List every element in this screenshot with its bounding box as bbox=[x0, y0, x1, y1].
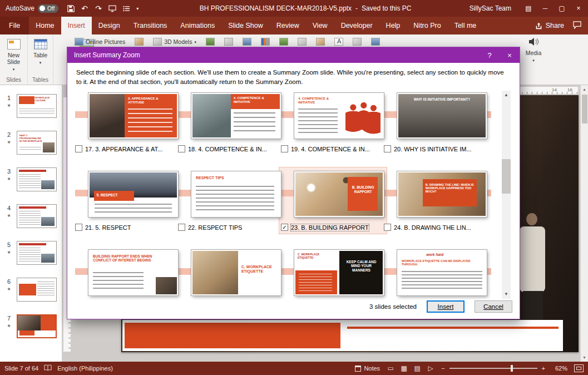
summary-zoom-slide-cell[interactable]: 4. COMPETENCE & INITIATIVE 19. 4. COMPET… bbox=[281, 93, 384, 152]
slide-thumbnail-image[interactable]: WORKPLACE ETIQUETTE CAN BE DISPLAYED THR… bbox=[397, 250, 487, 295]
summary-zoom-slide-cell[interactable]: B. DRAWING THE LINE: WHEN IS WORKPLACE H… bbox=[384, 171, 487, 231]
text-box-icon[interactable] bbox=[334, 38, 343, 46]
ribbon-tab-nitro-pro[interactable]: Nitro Pro bbox=[407, 17, 447, 34]
slide-thumbnail-image[interactable]: 5. RESPECT bbox=[88, 171, 178, 217]
vertical-scrollbar[interactable]: ▲ ▼ bbox=[580, 85, 588, 362]
slideshow-button[interactable]: ▷ bbox=[426, 364, 436, 372]
cancel-button[interactable]: Cancel bbox=[475, 300, 512, 313]
slide-thumbnail-image[interactable]: RESPECT TIPS bbox=[191, 171, 281, 217]
dialog-help-button[interactable]: ? bbox=[480, 47, 500, 63]
start-slideshow-button[interactable] bbox=[106, 1, 119, 16]
ribbon-tab-review[interactable]: Review bbox=[270, 17, 306, 34]
slide-thumbnail-image[interactable] bbox=[17, 278, 57, 302]
slide-checkbox[interactable]: ✓ bbox=[281, 224, 288, 231]
dialog-scrollbar-thumb[interactable] bbox=[502, 159, 511, 194]
autosave-control[interactable]: AutoSave Off bbox=[0, 4, 64, 13]
summary-zoom-slide-cell[interactable]: WHY IS INITIATIVE IMPORTANT? 20. WHY IS … bbox=[384, 93, 487, 152]
slide-thumbnail-image[interactable]: 4. COMPETENCE & INITIATIVE bbox=[191, 93, 281, 139]
slide-thumbnail-6[interactable]: 6 ★ bbox=[0, 278, 62, 302]
slide-checkbox[interactable] bbox=[384, 224, 391, 231]
notes-toggle[interactable]: Notes bbox=[355, 365, 380, 372]
autosave-toggle[interactable]: Off bbox=[38, 4, 58, 13]
slide-checkbox[interactable] bbox=[178, 145, 185, 152]
share-button[interactable]: Share bbox=[535, 22, 564, 29]
customize-qat-button[interactable]: ▾ bbox=[134, 1, 141, 16]
ribbon-tab-developer[interactable]: Developer bbox=[334, 17, 379, 34]
wordart-icon[interactable] bbox=[371, 38, 380, 46]
dialog-scrollbar[interactable]: ▲ ▼ bbox=[502, 91, 511, 299]
summary-zoom-slide-cell[interactable]: 3. APPEARANCE & ATTITUDE 17. 3. APPEARAN… bbox=[75, 93, 178, 152]
slide-thumbnail-3[interactable]: 3 ★ bbox=[0, 167, 62, 191]
ribbon-tab-file[interactable]: File bbox=[0, 17, 29, 34]
spell-check-button[interactable] bbox=[44, 364, 52, 372]
user-account[interactable]: SillySac Team bbox=[470, 4, 511, 12]
icons-icon[interactable] bbox=[224, 38, 233, 46]
slide-thumbnail-image[interactable]: KEEP CALM AND MIND YOUR MANNERS C. WORKP… bbox=[294, 250, 384, 295]
ribbon-tab-animations[interactable]: Animations bbox=[174, 17, 221, 34]
save-button[interactable] bbox=[64, 1, 77, 16]
summary-zoom-slide-cell[interactable]: C. WORKPLACE ETIQUETTE bbox=[178, 250, 281, 300]
slide-thumbnail-image[interactable] bbox=[17, 241, 57, 265]
slide-indicator[interactable]: Slide 7 of 64 bbox=[4, 365, 38, 372]
header-footer-icon[interactable] bbox=[353, 38, 362, 46]
slide-thumbnail-4[interactable]: 4 ★ bbox=[0, 204, 62, 228]
summary-zoom-slide-cell[interactable]: RESPECT TIPS 22. RESPECT TIPS bbox=[178, 171, 281, 231]
summary-zoom-slide-cell[interactable]: WORKPLACE ETIQUETTE CAN BE DISPLAYED THR… bbox=[384, 250, 487, 300]
slide-thumbnail-image[interactable]: C. WORKPLACE ETIQUETTE bbox=[191, 250, 281, 295]
close-button[interactable]: × bbox=[570, 1, 587, 16]
comments-button[interactable] bbox=[573, 21, 581, 31]
slide-thumbnail-image[interactable]: WHY IS INITIATIVE IMPORTANT? bbox=[397, 93, 487, 139]
ribbon-tab-tell-me[interactable]: Tell me bbox=[448, 17, 483, 34]
zoom-slider-thumb[interactable] bbox=[511, 365, 513, 372]
photo-album-icon[interactable] bbox=[135, 38, 144, 46]
action-icon[interactable] bbox=[316, 38, 325, 46]
slide-thumbnail-image[interactable]: B. DRAWING THE LINE: WHEN IS WORKPLACE H… bbox=[397, 171, 487, 217]
insert-button[interactable]: Insert bbox=[427, 300, 465, 313]
slide-thumbnail-5[interactable]: 5 ★ bbox=[0, 241, 62, 265]
ribbon-display-options-button[interactable]: ▤ bbox=[520, 1, 537, 16]
scrollbar-thumb[interactable] bbox=[582, 95, 587, 124]
ribbon-tab-home[interactable]: Home bbox=[29, 17, 61, 34]
slide-thumbnail-image[interactable]: 3. APPEARANCE & ATTITUDE bbox=[88, 93, 178, 139]
zoom-in-button[interactable]: + bbox=[542, 365, 545, 372]
summary-zoom-slide-cell[interactable]: B. BUILDING RAPPORT ✓ 23. B. BUILDING RA… bbox=[281, 171, 384, 231]
media-button[interactable]: Media ▾ bbox=[521, 34, 546, 62]
slide-checkbox[interactable] bbox=[384, 145, 391, 152]
slide-checkbox[interactable] bbox=[178, 224, 185, 231]
ribbon-tab-insert[interactable]: Insert bbox=[61, 17, 92, 34]
smartart-icon[interactable] bbox=[243, 38, 251, 46]
reading-view-button[interactable]: ▤ bbox=[412, 364, 422, 372]
summary-zoom-slide-cell[interactable]: 5. RESPECT 21. 5. RESPECT bbox=[75, 171, 178, 231]
scroll-up-icon[interactable]: ▲ bbox=[582, 85, 586, 93]
zoom-out-button[interactable]: − bbox=[441, 365, 444, 372]
new-slide-button[interactable]: New Slide ▾ bbox=[2, 36, 25, 71]
slide-checkbox[interactable] bbox=[281, 145, 288, 152]
chart-icon[interactable] bbox=[261, 38, 270, 46]
scroll-down-icon[interactable]: ▼ bbox=[582, 353, 586, 362]
slide-thumbnail-1[interactable]: 1 ★ WORKPLACE CULTURE bbox=[0, 94, 62, 118]
summary-zoom-slide-cell[interactable]: BUILDING RAPPORT ENDS WHEN CONFLICT OF I… bbox=[75, 250, 178, 300]
slide-list-button[interactable] bbox=[120, 1, 133, 16]
slide-thumbnail-2[interactable]: 2 ★ PART 1: PROFESSIONALISM IN THE WORKP… bbox=[0, 131, 62, 155]
summary-zoom-slide-cell[interactable]: 4. COMPETENCE & INITIATIVE 18. 4. COMPET… bbox=[178, 93, 281, 152]
fit-to-window-button[interactable] bbox=[574, 364, 584, 372]
redo-button[interactable]: ↷ bbox=[92, 1, 105, 16]
scroll-up-icon[interactable]: ▲ bbox=[504, 91, 508, 100]
slide-thumbnail-image[interactable] bbox=[17, 314, 57, 338]
slide-thumbnail-image[interactable]: B. BUILDING RAPPORT bbox=[294, 171, 384, 217]
slide-sorter-view-button[interactable]: ▦ bbox=[399, 364, 409, 372]
slide-thumbnail-image[interactable]: 4. COMPETENCE & INITIATIVE bbox=[294, 93, 384, 139]
slide-thumbnail-image[interactable] bbox=[17, 167, 57, 191]
ribbon-tab-view[interactable]: View bbox=[306, 17, 334, 34]
normal-view-button[interactable]: ▭ bbox=[386, 364, 396, 372]
zoom-slider[interactable] bbox=[449, 368, 537, 369]
shapes-icon[interactable] bbox=[206, 38, 215, 46]
ribbon-tab-transitions[interactable]: Transitions bbox=[127, 17, 174, 34]
slide-checkbox[interactable] bbox=[75, 145, 82, 152]
slide-thumbnail-image[interactable] bbox=[17, 204, 57, 228]
restore-button[interactable]: ▢ bbox=[554, 1, 570, 16]
slide-thumbnail-image[interactable]: BUILDING RAPPORT ENDS WHEN CONFLICT OF I… bbox=[88, 250, 178, 295]
slide-thumbnail-image[interactable]: PART 1: PROFESSIONALISM IN THE WORKPLACE bbox=[17, 131, 57, 155]
3d-models-button[interactable]: 3D Models▾ bbox=[153, 38, 196, 46]
slide-thumbnail-7[interactable]: 7 ★ bbox=[0, 314, 62, 338]
